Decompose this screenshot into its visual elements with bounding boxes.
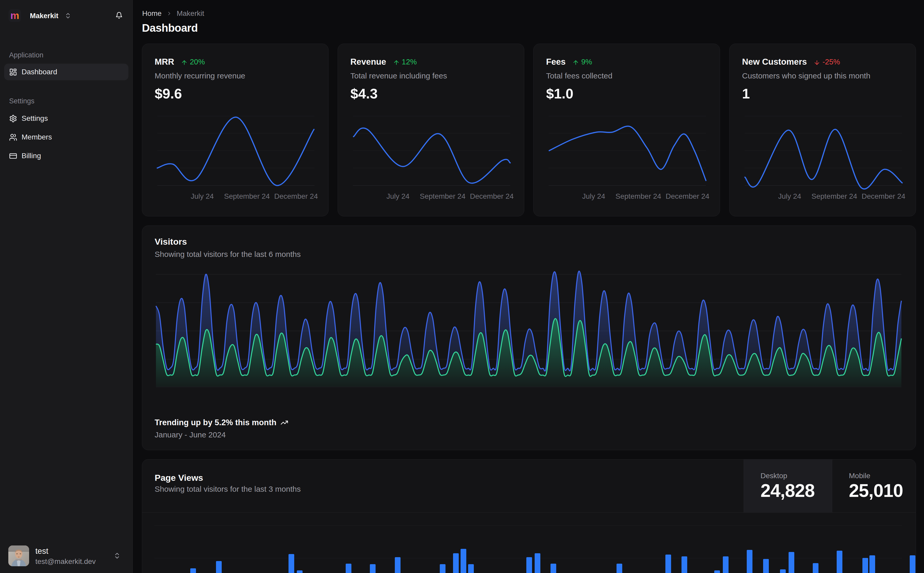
svg-text:m: m: [10, 10, 19, 21]
